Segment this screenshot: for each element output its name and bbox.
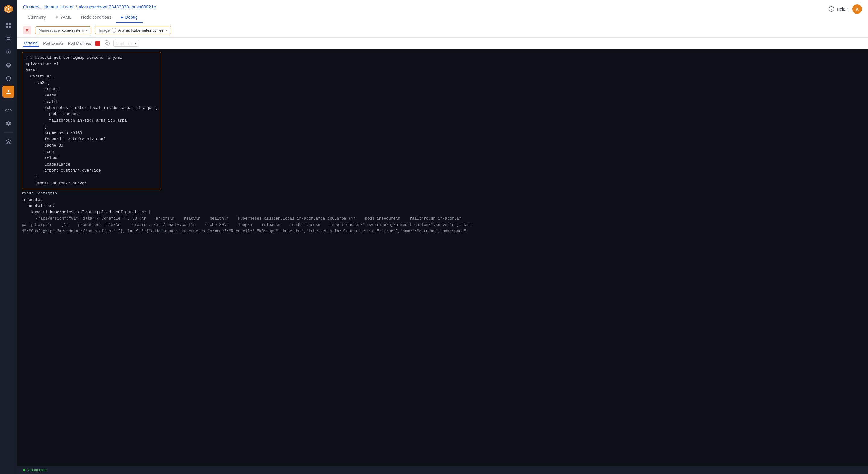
shell-dropdown[interactable]: Shell sh ▾ bbox=[113, 40, 139, 47]
image-value: Alpine: Kubernetes utilites bbox=[118, 28, 163, 33]
terminal-line-8: kubernetes cluster.local in-addr.arpa ip… bbox=[26, 105, 157, 111]
sidebar-item-layers[interactable] bbox=[2, 136, 14, 148]
terminal-line-11: } bbox=[26, 124, 157, 130]
svg-rect-3 bbox=[6, 23, 8, 25]
breadcrumb-clusters[interactable]: Clusters bbox=[23, 4, 39, 9]
namespace-label: Namespace bbox=[39, 28, 60, 33]
svg-rect-4 bbox=[9, 23, 11, 25]
sidebar-divider-1 bbox=[4, 101, 13, 101]
terminal-line-metadata: metadata: bbox=[22, 197, 863, 203]
pause-button[interactable] bbox=[104, 40, 110, 47]
image-label: Image bbox=[99, 28, 110, 33]
stop-button[interactable] bbox=[95, 41, 100, 46]
breadcrumb: Clusters / default_cluster / aks-newcipo… bbox=[23, 4, 862, 9]
terminal-line-kind: kind: ConfigMap bbox=[22, 190, 863, 197]
sidebar-item-debug[interactable] bbox=[2, 86, 14, 98]
status-bar: Connected bbox=[17, 466, 868, 474]
svg-rect-6 bbox=[9, 26, 11, 28]
sidebar-item-settings[interactable] bbox=[2, 117, 14, 129]
svg-point-11 bbox=[7, 90, 9, 92]
tab-node-conditions[interactable]: Node conditions bbox=[76, 12, 116, 23]
debug-play-icon: ▶ bbox=[121, 16, 123, 19]
image-dropdown[interactable]: Image i Alpine: Kubernetes utilites ▾ bbox=[95, 26, 171, 34]
namespace-chevron-icon: ▾ bbox=[86, 28, 87, 32]
terminal-toolbar: Terminal Pod Events Pod Manifest Shell s… bbox=[17, 38, 868, 49]
main-content: Clusters / default_cluster / aks-newcipo… bbox=[17, 0, 868, 474]
tab-pod-manifest[interactable]: Pod Manifest bbox=[67, 40, 92, 47]
topbar-right: ? Help ▾ A bbox=[829, 4, 862, 14]
status-text: Connected bbox=[28, 468, 47, 472]
terminal-line-2: data: bbox=[26, 67, 157, 74]
terminal-line-16: reload bbox=[26, 155, 157, 161]
svg-point-2 bbox=[7, 8, 9, 10]
svg-point-10 bbox=[7, 51, 9, 53]
terminal-line-0: / # kubectl get configmap coredns -o yam… bbox=[26, 55, 157, 61]
help-button[interactable]: ? Help ▾ bbox=[829, 6, 849, 12]
namespace-dropdown[interactable]: Namespace kube-system ▾ bbox=[35, 26, 91, 34]
svg-rect-8 bbox=[7, 37, 10, 38]
svg-rect-7 bbox=[6, 36, 11, 41]
tab-pod-events[interactable]: Pod Events bbox=[42, 40, 64, 47]
sidebar-item-dashboard[interactable] bbox=[2, 19, 14, 31]
image-info-icon[interactable]: i bbox=[112, 28, 116, 33]
debug-toolbar: Namespace kube-system ▾ Image i Alpine: … bbox=[17, 23, 868, 38]
breadcrumb-sep-1: / bbox=[41, 4, 42, 9]
terminal-line-18: import custom/*.override bbox=[26, 168, 157, 174]
shell-label: Shell bbox=[116, 41, 125, 46]
tab-debug[interactable]: ▶ Debug bbox=[116, 12, 142, 23]
shell-value: sh bbox=[127, 41, 132, 46]
terminal-line-json1: {"apiVersion":"v1","data":{"Corefile":".… bbox=[22, 215, 863, 222]
terminal-line-annotations: annotations: bbox=[22, 203, 863, 209]
status-dot bbox=[23, 469, 25, 471]
sidebar-divider-2 bbox=[4, 132, 13, 133]
svg-rect-9 bbox=[7, 39, 10, 40]
sidebar-item-nodes[interactable] bbox=[2, 33, 14, 45]
breadcrumb-node-name: aks-newcipool-23483330-vmss00021o bbox=[79, 4, 156, 9]
pencil-icon: ✏ bbox=[56, 15, 59, 19]
sidebar-logo bbox=[3, 4, 14, 14]
terminal-line-json2: pa ip6.arpa\n }\n prometheus :9153\n for… bbox=[22, 222, 863, 228]
terminal-highlight-box: / # kubectl get configmap coredns -o yam… bbox=[22, 52, 161, 189]
svg-rect-5 bbox=[6, 26, 8, 28]
terminal-line-5: errors bbox=[26, 86, 157, 93]
tab-terminal[interactable]: Terminal bbox=[23, 39, 39, 47]
breadcrumb-default-cluster[interactable]: default_cluster bbox=[44, 4, 74, 9]
sidebar-item-security[interactable] bbox=[2, 72, 14, 84]
tab-yaml[interactable]: ✏ YAML bbox=[51, 12, 76, 23]
terminal-line-13: forward . /etc/resolv.conf bbox=[26, 136, 157, 143]
terminal-area[interactable]: / # kubectl get configmap coredns -o yam… bbox=[17, 49, 868, 466]
tab-summary[interactable]: Summary bbox=[23, 12, 51, 23]
terminal-line-6: ready bbox=[26, 93, 157, 99]
sidebar-item-code[interactable]: </> bbox=[2, 104, 14, 116]
help-icon: ? bbox=[829, 6, 834, 12]
terminal-line-12: prometheus :9153 bbox=[26, 130, 157, 137]
sidebar-item-gear[interactable] bbox=[2, 46, 14, 58]
breadcrumb-sep-2: / bbox=[76, 4, 77, 9]
topbar: Clusters / default_cluster / aks-newcipo… bbox=[17, 0, 868, 23]
terminal-line-20: import custom/*.server bbox=[26, 180, 157, 187]
sidebar: </> bbox=[0, 0, 17, 474]
terminal-line-4: .:53 { bbox=[26, 80, 157, 86]
shell-chevron-icon: ▾ bbox=[135, 41, 136, 45]
terminal-line-9: pods insecure bbox=[26, 111, 157, 118]
terminal-line-17: loadbalance bbox=[26, 161, 157, 168]
code-icon: </> bbox=[4, 108, 12, 113]
terminal-line-15: loop bbox=[26, 149, 157, 155]
terminal-line-19: } bbox=[26, 174, 157, 180]
user-avatar[interactable]: A bbox=[852, 4, 862, 14]
terminal-line-kubectl-annotation: kubectl.kubernetes.io/last-applied-confi… bbox=[22, 209, 863, 215]
terminal-line-10: fallthrough in-addr.arpa ip6.arpa bbox=[26, 118, 157, 124]
image-chevron-icon: ▾ bbox=[165, 28, 167, 32]
terminal-line-7: health bbox=[26, 99, 157, 105]
svg-point-14 bbox=[105, 42, 108, 45]
terminal-line-3: Corefile: | bbox=[26, 73, 157, 80]
terminal-line-14: cache 30 bbox=[26, 143, 157, 149]
sidebar-item-deploy[interactable] bbox=[2, 59, 14, 71]
terminal-line-json3: d":"ConfigMap","metadata":{"annotations"… bbox=[22, 228, 863, 235]
tab-bar: Summary ✏ YAML Node conditions ▶ Debug bbox=[23, 12, 862, 23]
namespace-value: kube-system bbox=[61, 28, 84, 33]
help-chevron-icon: ▾ bbox=[847, 7, 849, 11]
terminal-line-1: apiVersion: v1 bbox=[26, 61, 157, 67]
disconnect-button[interactable] bbox=[23, 26, 31, 34]
